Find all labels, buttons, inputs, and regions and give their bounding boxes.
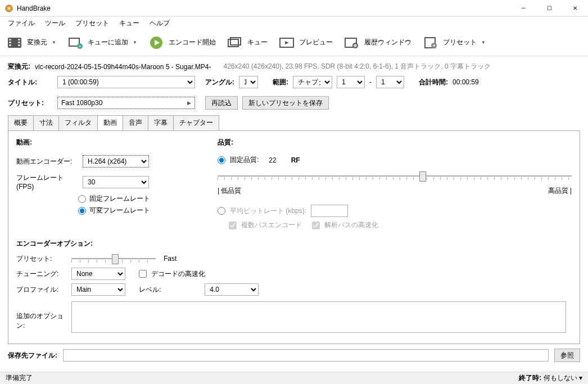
angle-label: アングル: [205, 78, 234, 87]
video-heading: 動画: [16, 138, 195, 147]
menu-queue[interactable]: キュー [115, 17, 144, 29]
save-path-input[interactable] [63, 349, 549, 362]
abr-label: 平均ビットレート (kbps): [230, 206, 306, 216]
svg-rect-5 [9, 44, 11, 46]
toolbar-history[interactable]: 履歴ウィンドウ [343, 36, 411, 49]
preset-label: プリセット: [8, 98, 53, 108]
chevron-right-icon: ▶ [187, 100, 191, 106]
history-icon [343, 36, 361, 49]
turbo-check [312, 222, 320, 229]
toolbar-encode[interactable]: エンコード開始 [147, 36, 216, 49]
svg-rect-7 [18, 42, 20, 43]
toolbar-add-queue[interactable]: + キューに追加▼ [66, 36, 137, 49]
chevron-down-icon: ▼ [52, 40, 56, 45]
menu-help[interactable]: ヘルプ [145, 17, 174, 29]
enc-preset-label: プリセット: [16, 254, 67, 264]
fastdecode-check[interactable] [139, 270, 147, 278]
svg-rect-3 [9, 39, 11, 40]
source-info: 426x240 (426x240), 23.98 FPS, SDR (8-bit… [223, 62, 491, 71]
video-tab-content: 動画: 動画エンコーダー: H.264 (x264) フレームレート(FPS) … [8, 130, 580, 344]
status-done: 終了時: 何もしない ▾ [519, 373, 582, 383]
add-queue-icon: + [66, 36, 84, 49]
save-row: 保存先ファイル: 参照 [0, 344, 588, 367]
tab-video[interactable]: 動画 [97, 115, 123, 130]
rf-label: RF [291, 156, 300, 164]
toolbar-preview[interactable]: プレビュー [278, 36, 333, 49]
encoder-select[interactable]: H.264 (x264) [83, 155, 149, 168]
tune-select[interactable]: None [71, 268, 125, 280]
queue-icon [226, 36, 244, 49]
svg-marker-17 [285, 41, 289, 44]
angle-select[interactable]: 1 [239, 76, 258, 88]
menu-tools[interactable]: ツール [40, 17, 70, 29]
multipass-check [229, 222, 237, 229]
tab-filters[interactable]: フィルタ [58, 115, 98, 130]
title-select[interactable]: 1 (00:00:59) [57, 76, 195, 88]
title-bar: HandBrake ─ ☐ ✕ [0, 0, 588, 17]
chevron-down-icon[interactable]: ▾ [579, 374, 582, 382]
encoder-label: 動画エンコーダー: [16, 157, 78, 166]
toolbar-preset[interactable]: プリセット▼ [422, 36, 486, 49]
chevron-down-icon: ▼ [481, 40, 486, 45]
encoder-options-heading: エンコーダーオプション: [16, 239, 572, 249]
tab-audio[interactable]: 音声 [123, 115, 148, 130]
tab-subtitles[interactable]: 字幕 [148, 115, 174, 130]
range-to-select[interactable]: 1 [376, 76, 404, 88]
encoder-preset-slider[interactable] [71, 253, 156, 264]
minimize-button[interactable]: ─ [510, 0, 536, 17]
quality-slider[interactable] [218, 170, 572, 182]
range-label: 範囲: [273, 78, 288, 87]
high-quality-label: 高品質 | [548, 186, 572, 196]
toolbar-source[interactable]: 変換元▼ [6, 36, 56, 49]
reload-preset-button[interactable]: 再読込 [205, 96, 238, 110]
menu-bar: ファイル ツール プリセット キュー ヘルプ [0, 17, 588, 29]
range-from-select[interactable]: 1 [337, 76, 365, 88]
extra-options-input[interactable] [71, 301, 566, 333]
film-icon [6, 36, 24, 49]
menu-presets[interactable]: プリセット [71, 17, 114, 29]
source-label: 変換元: [8, 62, 30, 71]
menu-file[interactable]: ファイル [3, 17, 39, 29]
svg-text:+: + [79, 44, 82, 49]
save-preset-button[interactable]: 新しいプリセットを保存 [242, 96, 329, 110]
range-type-select[interactable]: チャプター [293, 76, 332, 88]
svg-rect-6 [18, 39, 20, 40]
fastdecode-label: デコードの高速化 [151, 269, 205, 279]
abr-input[interactable] [311, 205, 348, 217]
maximize-button[interactable]: ☐ [536, 0, 562, 17]
cq-radio[interactable] [218, 156, 225, 164]
fps-select[interactable]: 30 [83, 176, 149, 188]
level-label: レベル: [139, 285, 161, 295]
cfr-radio[interactable]: 固定フレームレート [78, 194, 195, 204]
multipass-label: 複数パスエンコード [241, 220, 302, 230]
status-ready: 準備完了 [6, 373, 33, 383]
close-button[interactable]: ✕ [562, 0, 588, 17]
level-select[interactable]: 4.0 [205, 283, 259, 296]
preset-combo[interactable]: Fast 1080p30 ▶ [57, 97, 195, 109]
app-icon [4, 4, 13, 13]
svg-rect-8 [18, 44, 20, 46]
preset-icon [422, 36, 440, 49]
tune-label: チューニング: [16, 269, 67, 279]
chevron-down-icon: ▼ [133, 40, 137, 45]
save-label: 保存先ファイル: [8, 351, 57, 360]
play-icon [147, 36, 165, 49]
window-title: HandBrake [17, 4, 510, 12]
profile-label: プロファイル: [16, 285, 67, 295]
svg-point-20 [354, 44, 357, 47]
duration-value: 00:00:59 [453, 78, 479, 86]
cq-label: 固定品質: [230, 155, 259, 165]
low-quality-label: | 低品質 [218, 186, 241, 196]
svg-rect-4 [9, 42, 11, 43]
browse-button[interactable]: 参照 [554, 349, 580, 362]
tab-summary[interactable]: 概要 [8, 115, 34, 130]
toolbar-queue[interactable]: キュー [226, 36, 268, 49]
tabs: 概要 寸法 フィルタ 動画 音声 字幕 チャプター [0, 115, 588, 130]
vfr-radio[interactable]: 可変フレームレート [78, 206, 195, 215]
status-bar: 準備完了 終了時: 何もしない ▾ [0, 372, 588, 384]
profile-select[interactable]: Main [71, 283, 125, 296]
tab-chapters[interactable]: チャプター [173, 115, 219, 130]
abr-radio[interactable] [218, 207, 225, 215]
tab-dimensions[interactable]: 寸法 [33, 115, 59, 130]
fps-label: フレームレート(FPS) [16, 173, 78, 191]
